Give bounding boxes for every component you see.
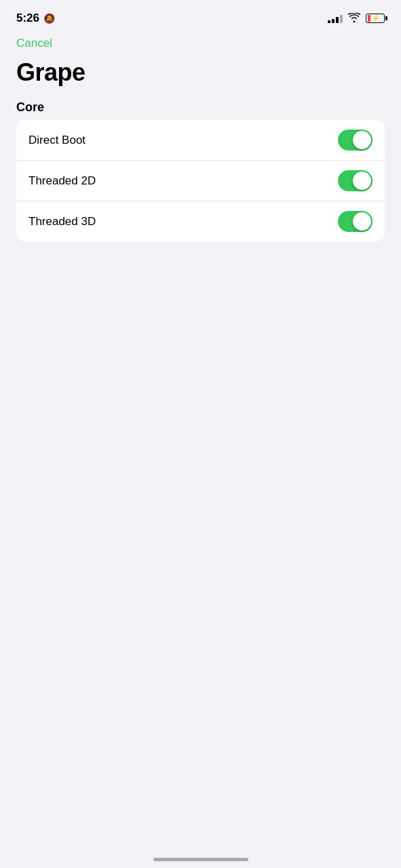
wifi-icon [348,13,360,24]
cancel-button[interactable]: Cancel [16,34,52,53]
threaded-2d-toggle[interactable] [338,170,373,191]
settings-row-direct-boot: Direct Boot [16,120,385,161]
settings-list: Direct Boot Threaded 2D Threaded 3D [16,120,385,241]
time-display: 5:26 [16,12,39,25]
signal-bars-icon [328,14,343,23]
direct-boot-toggle[interactable] [338,130,373,151]
direct-boot-label: Direct Boot [28,134,85,147]
battery-icon: ⚡ [366,14,385,23]
threaded-2d-toggle-knob [353,172,371,190]
threaded-3d-toggle[interactable] [338,211,373,232]
page-title: Grape [16,58,385,87]
page-content: Cancel Grape Core Direct Boot Threaded 2… [0,34,401,241]
section-header-core: Core [16,100,385,115]
status-time: 5:26 🔕 [16,12,55,25]
status-right-icons: ⚡ [328,13,385,24]
settings-row-threaded-3d: Threaded 3D [16,201,385,241]
threaded-3d-toggle-knob [353,212,371,231]
status-bar: 5:26 🔕 ⚡ [0,0,401,34]
bell-icon: 🔕 [43,13,55,24]
home-indicator [153,858,248,861]
threaded-3d-label: Threaded 3D [28,215,96,229]
direct-boot-toggle-knob [353,131,371,149]
threaded-2d-label: Threaded 2D [28,174,96,188]
settings-row-threaded-2d: Threaded 2D [16,161,385,201]
